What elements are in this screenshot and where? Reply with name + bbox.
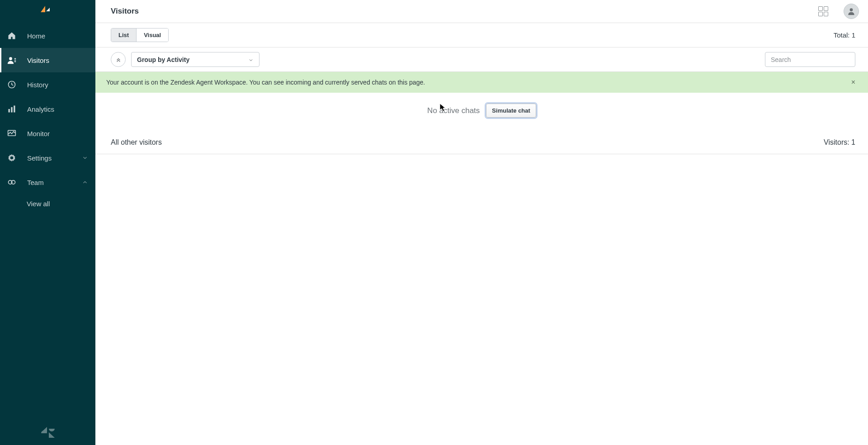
sidebar: Home Visitors History Analytics Monitor … bbox=[0, 0, 95, 445]
history-icon bbox=[7, 80, 16, 89]
no-chats-row: No active chats Simulate chat bbox=[95, 93, 868, 131]
sidebar-item-label: Home bbox=[27, 32, 88, 40]
list-view-button[interactable]: List bbox=[111, 28, 136, 42]
banner-text: Your account is on the Zendesk Agent Wor… bbox=[106, 79, 849, 86]
total-count: Total: 1 bbox=[834, 31, 855, 39]
sidebar-subitem-view-all[interactable]: View all bbox=[0, 194, 95, 213]
gear-icon bbox=[7, 153, 16, 162]
brand-logo[interactable] bbox=[0, 0, 95, 24]
monitor-icon bbox=[7, 129, 16, 138]
view-toggle-bar: List Visual Total: 1 bbox=[95, 23, 868, 47]
sidebar-item-team[interactable]: Team bbox=[0, 170, 95, 194]
group-by-label: Group by Activity bbox=[137, 56, 189, 63]
visitors-icon bbox=[7, 56, 16, 65]
sidebar-nav: Home Visitors History Analytics Monitor … bbox=[0, 24, 95, 420]
sidebar-footer-logo[interactable] bbox=[0, 420, 95, 445]
collapse-all-button[interactable] bbox=[111, 52, 126, 67]
sidebar-item-history[interactable]: History bbox=[0, 72, 95, 97]
chevron-down-icon bbox=[248, 57, 254, 62]
double-chevron-up-icon bbox=[115, 57, 122, 63]
team-icon bbox=[7, 178, 16, 187]
info-banner: Your account is on the Zendesk Agent Wor… bbox=[95, 72, 868, 93]
other-visitors-section: All other visitors Visitors: 1 bbox=[95, 131, 868, 154]
search-input[interactable] bbox=[765, 52, 855, 67]
svg-rect-4 bbox=[14, 106, 15, 113]
topbar: Visitors bbox=[95, 0, 868, 23]
sidebar-item-label: Monitor bbox=[27, 130, 88, 137]
sidebar-subitem-label: View all bbox=[27, 200, 50, 208]
visual-view-button[interactable]: Visual bbox=[136, 28, 168, 42]
other-visitors-label: All other visitors bbox=[111, 138, 824, 147]
group-by-dropdown[interactable]: Group by Activity bbox=[131, 52, 259, 67]
sidebar-item-visitors[interactable]: Visitors bbox=[0, 48, 95, 72]
sidebar-item-label: Team bbox=[27, 179, 71, 186]
chevron-up-icon bbox=[82, 179, 88, 185]
close-icon[interactable]: × bbox=[849, 77, 857, 87]
svg-rect-3 bbox=[11, 107, 12, 113]
sidebar-item-label: History bbox=[27, 81, 88, 89]
simulate-chat-button[interactable]: Simulate chat bbox=[486, 104, 536, 118]
sidebar-item-home[interactable]: Home bbox=[0, 24, 95, 48]
sidebar-item-settings[interactable]: Settings bbox=[0, 146, 95, 170]
home-icon bbox=[7, 31, 16, 40]
sidebar-item-label: Analytics bbox=[27, 105, 88, 113]
no-chats-label: No active chats bbox=[427, 106, 480, 115]
svg-point-8 bbox=[850, 8, 853, 11]
svg-rect-2 bbox=[9, 109, 10, 113]
apps-grid-icon[interactable] bbox=[818, 6, 828, 16]
chevron-down-icon bbox=[82, 155, 88, 161]
svg-point-0 bbox=[9, 57, 12, 60]
filter-bar: Group by Activity bbox=[95, 47, 868, 72]
sidebar-item-label: Visitors bbox=[27, 57, 88, 64]
sidebar-item-monitor[interactable]: Monitor bbox=[0, 121, 95, 146]
other-visitors-count: Visitors: 1 bbox=[824, 138, 855, 147]
sidebar-item-analytics[interactable]: Analytics bbox=[0, 97, 95, 121]
page-title: Visitors bbox=[111, 7, 139, 16]
view-toggle-group: List Visual bbox=[111, 28, 169, 42]
avatar[interactable] bbox=[844, 4, 859, 19]
analytics-icon bbox=[7, 104, 16, 114]
main-content: Visitors List Visual Total: 1 Group by A… bbox=[95, 0, 868, 445]
sidebar-item-label: Settings bbox=[27, 154, 71, 162]
